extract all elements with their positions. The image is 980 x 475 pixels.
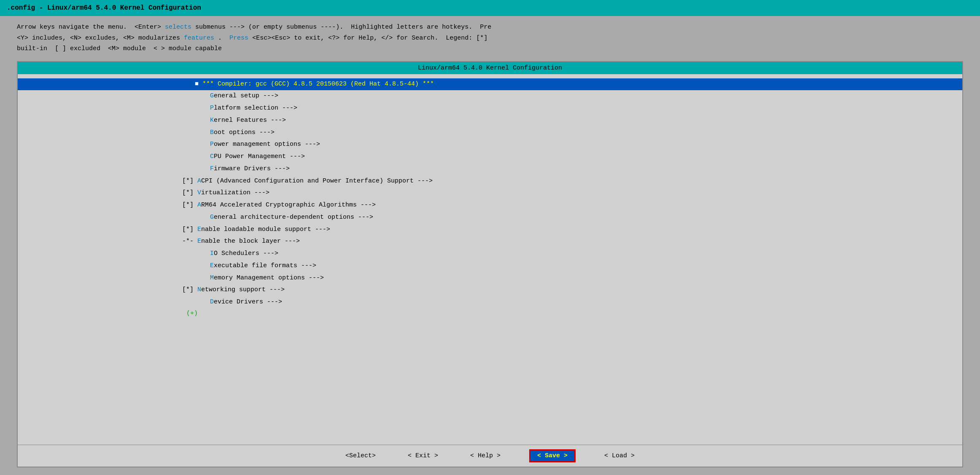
menu-item-io-schedulers[interactable]: IO Schedulers ---> bbox=[18, 248, 962, 260]
load-button[interactable]: < Load > bbox=[601, 451, 638, 461]
menu-item-firmware-drivers[interactable]: Firmware Drivers ---> bbox=[18, 163, 962, 175]
select-button[interactable]: <Select> bbox=[342, 451, 379, 461]
menu-content: ■ *** Compiler: gcc (GCC) 4.8.5 20150623… bbox=[18, 74, 962, 445]
info-press: Press bbox=[229, 35, 248, 42]
title-text: .config - Linux/arm64 5.4.0 Kernel Confi… bbox=[7, 4, 201, 12]
menu-item-cpu-power[interactable]: CPU Power Management ---> bbox=[18, 151, 962, 163]
menu-item-loadable-module[interactable]: [*] Enable loadable module support ---> bbox=[18, 224, 962, 236]
help-button[interactable]: < Help > bbox=[467, 451, 504, 461]
info-selects: selects bbox=[165, 24, 191, 31]
menu-item-virtualization[interactable]: [*] Virtualization ---> bbox=[18, 187, 962, 199]
menu-item-platform-selection[interactable]: Platform selection ---> bbox=[18, 102, 962, 115]
main-container: Arrow keys navigate the menu. <Enter> se… bbox=[0, 16, 980, 475]
menu-item-networking[interactable]: [*] Networking support ---> bbox=[18, 284, 962, 296]
menu-item-block-layer[interactable]: -*- Enable the block layer ---> bbox=[18, 236, 962, 248]
menu-box: Linux/arm64 5.4.0 Kernel Configuration ■… bbox=[17, 61, 963, 468]
menu-item-executable-formats[interactable]: Executable file formats ---> bbox=[18, 260, 962, 272]
menu-item-kernel-features[interactable]: Kernel Features ---> bbox=[18, 115, 962, 127]
menu-item-device-drivers[interactable]: Device Drivers ---> bbox=[18, 296, 962, 309]
exit-button[interactable]: < Exit > bbox=[404, 451, 442, 461]
menu-item-general-arch[interactable]: General architecture-dependent options -… bbox=[18, 212, 962, 224]
menu-item-power-management[interactable]: Power management options ---> bbox=[18, 139, 962, 151]
save-button[interactable]: < Save > bbox=[529, 449, 576, 462]
info-text: Arrow keys navigate the menu. <Enter> se… bbox=[0, 19, 980, 57]
bottom-bar: <Select> < Exit > < Help > < Save > < Lo… bbox=[18, 445, 962, 467]
menu-item-general-setup[interactable]: General setup ---> bbox=[18, 90, 962, 102]
menu-item-arm64-crypto[interactable]: [*] ARM64 Accelerated Cryptographic Algo… bbox=[18, 199, 962, 212]
scroll-hint: (+) bbox=[18, 309, 962, 319]
menu-title: Linux/arm64 5.4.0 Kernel Configuration bbox=[18, 62, 962, 74]
info-features: features bbox=[184, 35, 214, 42]
menu-item-memory-management[interactable]: Memory Management options ---> bbox=[18, 272, 962, 284]
menu-item-acpi[interactable]: [*] ACPI (Advanced Configuration and Pow… bbox=[18, 175, 962, 188]
info-line2: <Y> includes, <N> excludes, <M> modulari… bbox=[17, 33, 963, 44]
info-line1: Arrow keys navigate the menu. <Enter> se… bbox=[17, 22, 963, 33]
title-bar: .config - Linux/arm64 5.4.0 Kernel Confi… bbox=[0, 0, 980, 16]
menu-item-compiler[interactable]: ■ *** Compiler: gcc (GCC) 4.8.5 20150623… bbox=[18, 78, 962, 91]
menu-item-boot-options[interactable]: Boot options ---> bbox=[18, 127, 962, 139]
info-line3: built-in [ ] excluded <M> module < > mod… bbox=[17, 43, 963, 54]
